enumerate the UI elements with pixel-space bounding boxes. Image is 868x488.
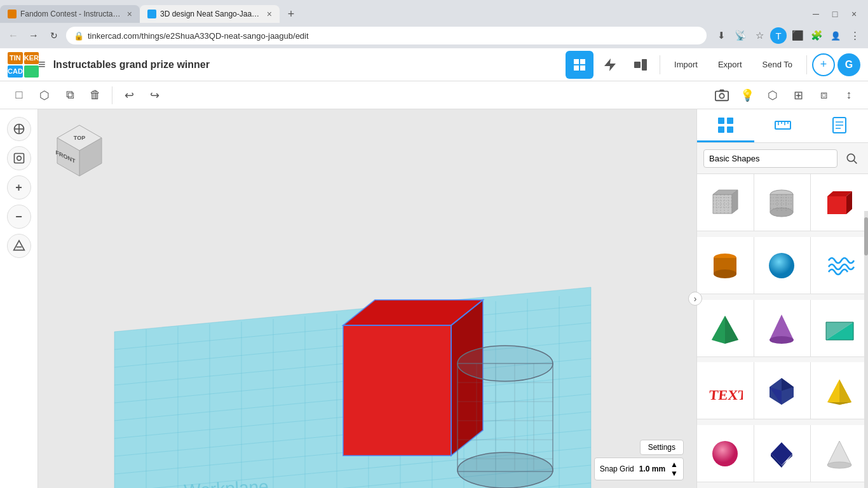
fit-tool[interactable]	[7, 146, 31, 170]
reload-button[interactable]: ↻	[46, 27, 62, 44]
address-input[interactable]: 🔒 tinkercad.com/things/e2ShuaA33QD-neat-…	[66, 27, 707, 44]
shape-sphere-pink[interactable]	[697, 425, 754, 482]
blocks-button[interactable]	[627, 51, 654, 79]
send-to-button[interactable]: Send To	[754, 56, 801, 73]
url-text: tinkercad.com/things/e2ShuaA33QD-neat-sa…	[88, 31, 309, 41]
svg-marker-134	[827, 441, 851, 465]
grid-view-button[interactable]	[566, 51, 593, 79]
shape-cone-white[interactable]	[811, 425, 868, 482]
shape-box-blue[interactable]	[754, 425, 811, 482]
user-avatar[interactable]: G	[837, 53, 860, 76]
shape-text-red[interactable]: TEXT	[697, 362, 754, 419]
menu-icon[interactable]: ≡	[38, 57, 46, 72]
tab-label-2: 3D design Neat Sango-Jaagub |	[160, 10, 263, 18]
svg-point-130	[712, 441, 738, 466]
tab-close-1[interactable]: ×	[127, 9, 132, 19]
svg-line-86	[854, 161, 857, 164]
svg-text:TEXT: TEXT	[709, 387, 743, 403]
project-title: Instructables grand prize winner	[53, 59, 560, 71]
app-header: TIN KER CAD ≡ Instructables grand prize …	[0, 48, 868, 81]
blocks-icon	[633, 57, 648, 72]
bookmark-btn[interactable]: ☆	[751, 27, 768, 44]
tab-tinkercad[interactable]: 3D design Neat Sango-Jaagub | ×	[140, 5, 280, 23]
import-button[interactable]: Import	[665, 56, 707, 73]
back-button[interactable]: ←	[5, 27, 22, 44]
new-shape-button[interactable]: □	[8, 84, 31, 107]
svg-point-114	[769, 253, 794, 278]
svg-rect-6	[715, 91, 728, 100]
address-bar: ← → ↻ 🔒 tinkercad.com/things/e2ShuaA33QD…	[0, 23, 868, 48]
shape-pyramid-green[interactable]	[697, 300, 754, 357]
export-button[interactable]: Export	[709, 56, 751, 73]
tinkercad-ext[interactable]: T	[770, 27, 787, 44]
group-button[interactable]: ⬡	[33, 84, 56, 107]
shape-pyramid-yellow[interactable]	[811, 362, 868, 419]
tinkercad-logo[interactable]: TIN KER CAD	[8, 52, 33, 78]
perspective-tool[interactable]	[7, 234, 31, 258]
undo-button[interactable]: ↩	[118, 84, 140, 107]
download-btn[interactable]: ⬇	[713, 27, 729, 44]
add-user-button[interactable]: +	[812, 53, 835, 76]
profile-btn[interactable]: 👤	[827, 27, 844, 44]
menu-btn[interactable]: ⋮	[846, 27, 863, 44]
svg-rect-74	[718, 126, 724, 133]
panel-tab-ruler[interactable]	[754, 109, 811, 142]
shape-gem[interactable]	[754, 362, 811, 419]
shape-box-solid[interactable]	[811, 174, 868, 231]
shapes-dropdown[interactable]: Basic Shapes Text & Numbers Connectors S…	[703, 149, 837, 168]
fit-icon	[13, 152, 25, 165]
mirror-button[interactable]: ↕	[837, 84, 860, 107]
scrollbar-thumb[interactable]	[864, 217, 868, 255]
zoom-in-tool[interactable]: +	[7, 175, 31, 200]
svg-marker-54	[343, 325, 451, 456]
home-tool[interactable]	[7, 117, 31, 141]
shape-wedge-teal[interactable]	[811, 300, 868, 357]
canvas-area[interactable]: TOP FRONT	[38, 109, 696, 488]
logo-cell-cad: CAD	[8, 65, 23, 78]
shapes-search-button[interactable]	[841, 148, 862, 168]
shape-cylinder-hole[interactable]	[754, 174, 811, 231]
light-button[interactable]: 💡	[736, 84, 759, 107]
snap-grid-stepper[interactable]: ▲▼	[670, 460, 678, 478]
tab-close-2[interactable]: ×	[267, 9, 272, 19]
zoom-out-tool[interactable]: −	[7, 205, 31, 229]
window-close[interactable]: ×	[845, 5, 863, 23]
tab-bar: Fandom Contest - Instructables × 3D desi…	[0, 0, 868, 23]
panel-tab-grid[interactable]	[697, 109, 754, 142]
left-panel: + −	[0, 109, 38, 488]
add-tab-button[interactable]: +	[282, 5, 300, 23]
settings-button[interactable]: Settings	[640, 440, 684, 455]
shape-button[interactable]: ⬡	[761, 84, 784, 107]
shape-text-wavy[interactable]	[811, 237, 868, 294]
shape-cylinder-solid[interactable]	[697, 237, 754, 294]
shape-sphere[interactable]	[754, 237, 811, 294]
redo-button[interactable]: ↪	[143, 84, 166, 107]
snap-button[interactable]: ⊞	[787, 84, 810, 107]
shape-box-hole[interactable]	[697, 174, 754, 231]
align-button[interactable]: ⧈	[812, 84, 835, 107]
ext1[interactable]: ⬛	[789, 27, 806, 44]
forward-button[interactable]: →	[25, 27, 42, 44]
window-minimize[interactable]: ─	[807, 5, 825, 23]
delete-button[interactable]: 🗑	[84, 84, 107, 107]
window-maximize[interactable]: □	[826, 5, 844, 23]
camera-button[interactable]	[710, 84, 733, 107]
shape-cone-purple[interactable]	[754, 300, 811, 357]
panel-collapse-button[interactable]: ›	[688, 292, 702, 306]
snap-grid-value[interactable]: 1.0 mm	[639, 464, 665, 473]
build-button[interactable]	[596, 51, 624, 79]
toolbar: □ ⬡ ⧉ 🗑 ↩ ↪ 💡 ⬡ ⊞ ⧈ ↕	[0, 81, 868, 109]
svg-point-119	[770, 336, 794, 344]
panel-tab-notes[interactable]	[811, 109, 868, 142]
toolbar-divider	[112, 86, 112, 104]
cast-btn[interactable]: 📡	[732, 27, 749, 44]
panel-tabs	[697, 109, 868, 143]
lock-icon: 🔒	[74, 31, 84, 41]
toolbar-right: 💡 ⬡ ⊞ ⧈ ↕	[710, 84, 860, 107]
ungroup-button[interactable]: ⧉	[58, 84, 81, 107]
tab-fandom-contest[interactable]: Fandom Contest - Instructables ×	[0, 5, 140, 23]
svg-marker-89	[732, 190, 738, 214]
ruler-panel-icon	[774, 116, 792, 134]
svg-point-7	[719, 93, 724, 98]
ext2[interactable]: 🧩	[808, 27, 825, 44]
